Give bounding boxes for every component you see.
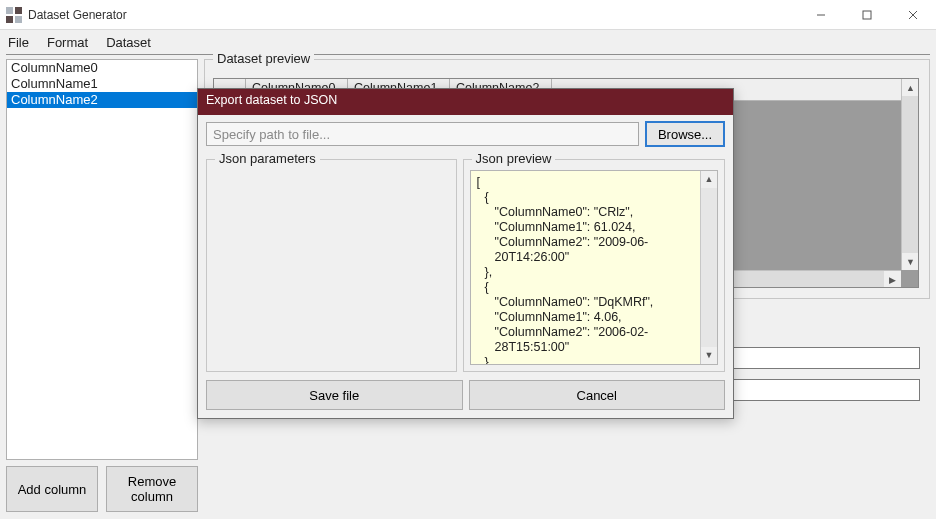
browse-button[interactable]: Browse... [645,121,725,147]
json-line: "ColumnName0": "DqKMRf", [477,295,713,310]
export-dialog: Export dataset to JSON Browse... Json pa… [197,88,734,419]
json-line: "ColumnName2": "2009-06-20T14:26:00" [477,235,713,265]
scroll-down-icon[interactable]: ▼ [701,347,717,364]
menubar: File Format Dataset [0,30,936,52]
preview-vscrollbar[interactable]: ▲ ▼ [700,171,717,364]
menu-dataset[interactable]: Dataset [106,35,151,50]
dialog-title: Export dataset to JSON [198,89,733,115]
path-row: Browse... [198,115,733,151]
json-line: "ColumnName2": "2006-02-28T15:51:00" [477,325,713,355]
dialog-buttons: Save file Cancel [198,372,733,418]
scroll-up-icon[interactable]: ▲ [902,79,919,96]
dialog-body: Json parameters Json preview [ { "Column… [198,151,733,372]
json-line: { [477,190,713,205]
json-line: [ [477,175,713,190]
path-input[interactable] [206,122,639,146]
app-icon [6,7,22,23]
scroll-up-icon[interactable]: ▲ [701,171,717,188]
menu-file[interactable]: File [8,35,29,50]
cancel-button[interactable]: Cancel [469,380,726,410]
columns-listbox[interactable]: ColumnName0 ColumnName1 ColumnName2 [6,59,198,460]
svg-rect-1 [863,11,871,19]
list-item[interactable]: ColumnName0 [7,60,197,76]
list-item[interactable]: ColumnName2 [7,92,197,108]
json-line: "ColumnName1": 61.024, [477,220,713,235]
json-line: { [477,280,713,295]
json-line: }, [477,265,713,280]
save-file-button[interactable]: Save file [206,380,463,410]
list-item[interactable]: ColumnName1 [7,76,197,92]
maximize-button[interactable] [844,0,890,30]
json-parameters-group: Json parameters [206,159,457,372]
left-column: ColumnName0 ColumnName1 ColumnName2 Add … [6,59,198,512]
scroll-right-icon[interactable]: ▶ [884,271,901,288]
close-button[interactable] [890,0,936,30]
scroll-down-icon[interactable]: ▼ [902,253,919,270]
group-legend: Json parameters [215,151,320,166]
add-column-button[interactable]: Add column [6,466,98,512]
titlebar: Dataset Generator [0,0,936,30]
group-legend: Dataset preview [213,51,314,66]
json-preview-text[interactable]: [ { "ColumnName0": "CRlz", "ColumnName1"… [470,170,718,365]
column-buttons: Add column Remove column [6,466,198,512]
json-line: }, [477,355,713,365]
minimize-button[interactable] [798,0,844,30]
remove-column-button[interactable]: Remove column [106,466,198,512]
json-line: "ColumnName0": "CRlz", [477,205,713,220]
grid-vscrollbar[interactable]: ▲ ▼ [901,79,918,270]
group-legend: Json preview [472,151,556,166]
json-preview-group: Json preview [ { "ColumnName0": "CRlz", … [463,159,725,372]
json-line: "ColumnName1": 4.06, [477,310,713,325]
menu-format[interactable]: Format [47,35,88,50]
window-title: Dataset Generator [28,8,127,22]
